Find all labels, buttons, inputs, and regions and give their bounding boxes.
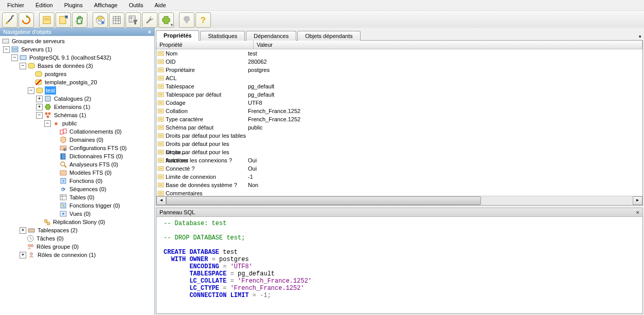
menu-bar: Fichier Édition Plugins Affichage Outils… bbox=[0, 0, 644, 11]
properties-icon[interactable] bbox=[39, 12, 55, 28]
svg-rect-9 bbox=[113, 16, 120, 24]
connect-icon[interactable] bbox=[2, 12, 17, 28]
sql-icon[interactable]: SQL bbox=[93, 12, 108, 28]
detail-tabs: Propriétés Statistiques Dépendances Obje… bbox=[155, 29, 644, 30]
svg-point-0 bbox=[6, 22, 8, 24]
tool-bar: SQL ▾ ? bbox=[0, 11, 644, 30]
maintenance-icon[interactable] bbox=[142, 12, 157, 28]
close-icon[interactable]: × bbox=[148, 29, 151, 30]
help-icon[interactable]: ? bbox=[195, 12, 211, 28]
menu-file[interactable]: Fichier bbox=[2, 1, 29, 9]
menu-view[interactable]: Affichage bbox=[89, 1, 123, 9]
object-browser-panel: Navigateur d'objets × Groupes de serveur… bbox=[0, 28, 155, 30]
menu-help[interactable]: Aide bbox=[150, 1, 171, 9]
plugins-icon[interactable]: ▾ bbox=[158, 12, 174, 28]
hint-icon[interactable] bbox=[179, 12, 194, 28]
menu-tools[interactable]: Outils bbox=[123, 1, 148, 9]
refresh-icon[interactable] bbox=[19, 12, 34, 28]
svg-text:?: ? bbox=[201, 16, 206, 25]
menu-edit[interactable]: Édition bbox=[30, 1, 58, 9]
svg-point-8 bbox=[101, 21, 104, 24]
object-browser-title: Navigateur d'objets bbox=[3, 29, 51, 30]
table-icon[interactable] bbox=[109, 12, 124, 28]
new-object-icon[interactable] bbox=[56, 12, 71, 28]
menu-plugins[interactable]: Plugins bbox=[59, 1, 88, 9]
delete-icon[interactable] bbox=[72, 12, 87, 28]
filter-table-icon[interactable] bbox=[126, 12, 141, 28]
object-browser-header: Navigateur d'objets × bbox=[0, 28, 154, 30]
